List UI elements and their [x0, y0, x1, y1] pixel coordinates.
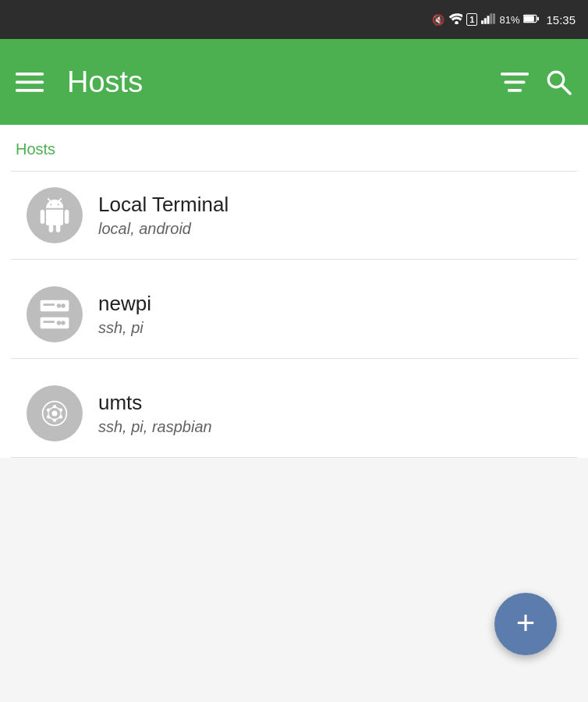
add-icon: +: [516, 607, 536, 640]
host-info-newpi: newpi ssh, pi: [98, 292, 151, 337]
svg-line-36: [55, 417, 61, 420]
svg-rect-3: [487, 16, 490, 24]
host-tags-umts: ssh, pi, raspbian: [98, 418, 212, 436]
svg-line-33: [48, 406, 55, 410]
svg-point-19: [61, 303, 66, 308]
host-info-local-terminal: Local Terminal local, android: [98, 193, 228, 238]
wifi-icon: [448, 13, 462, 27]
host-item-local-terminal[interactable]: Local Terminal local, android: [11, 171, 577, 260]
status-icons: 🔇 1 81%: [432, 13, 576, 27]
svg-rect-5: [493, 13, 495, 24]
svg-point-0: [455, 21, 459, 24]
search-button[interactable]: [544, 68, 572, 96]
svg-rect-11: [16, 89, 44, 92]
svg-point-32: [51, 410, 57, 416]
host-item-umts[interactable]: umts ssh, pi, raspbian: [11, 370, 577, 458]
host-tags-local-terminal: local, android: [98, 220, 228, 238]
svg-line-16: [562, 86, 571, 94]
svg-point-21: [61, 321, 66, 325]
filter-button[interactable]: [501, 68, 529, 96]
svg-rect-13: [505, 81, 526, 84]
svg-rect-24: [43, 321, 55, 323]
svg-line-35: [48, 417, 55, 420]
app-bar: Hosts: [0, 39, 588, 125]
add-host-button[interactable]: +: [494, 593, 557, 655]
host-avatar-umts: [27, 385, 83, 441]
host-list: Local Terminal local, android: [0, 171, 588, 458]
svg-rect-1: [481, 20, 484, 24]
status-time: 15:35: [546, 13, 576, 27]
host-tags-newpi: ssh, pi: [98, 319, 151, 337]
signal-icon: [481, 13, 495, 27]
host-name-newpi: newpi: [98, 292, 151, 316]
host-item-newpi[interactable]: newpi ssh, pi: [11, 271, 577, 359]
svg-rect-4: [491, 13, 493, 24]
menu-button[interactable]: [16, 68, 44, 96]
svg-rect-12: [501, 73, 529, 76]
host-name-umts: umts: [98, 391, 212, 415]
status-bar: 🔇 1 81%: [0, 0, 588, 39]
sim-icon: 1: [466, 13, 477, 26]
page-title: Hosts: [59, 66, 485, 99]
svg-rect-8: [537, 16, 539, 20]
svg-rect-9: [16, 73, 44, 76]
host-avatar-newpi: [27, 286, 83, 342]
host-name-local-terminal: Local Terminal: [98, 193, 228, 217]
svg-line-38: [55, 406, 61, 410]
host-info-umts: umts ssh, pi, raspbian: [98, 391, 212, 436]
section-header: Hosts: [0, 125, 588, 166]
svg-rect-23: [43, 303, 55, 306]
section-label: Hosts: [16, 140, 55, 158]
battery-icon: [523, 14, 539, 26]
svg-rect-2: [484, 18, 487, 24]
svg-rect-14: [508, 89, 522, 92]
content-area: Hosts Local Terminal local, android: [0, 125, 588, 458]
svg-rect-7: [524, 16, 534, 22]
mute-icon: 🔇: [432, 14, 445, 26]
svg-rect-10: [16, 81, 44, 84]
svg-point-20: [57, 303, 62, 308]
svg-point-22: [57, 321, 62, 325]
battery-percent: 81%: [499, 14, 519, 26]
host-avatar-local-terminal: [27, 187, 83, 243]
